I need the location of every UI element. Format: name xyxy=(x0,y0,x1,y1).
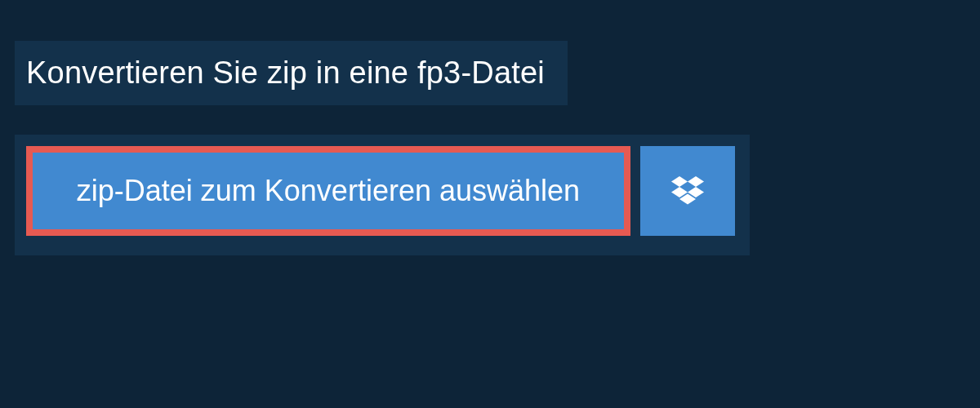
select-file-button[interactable]: zip-Datei zum Konvertieren auswählen xyxy=(26,146,630,236)
select-file-label: zip-Datei zum Konvertieren auswählen xyxy=(77,174,580,208)
title-bar: Konvertieren Sie zip in eine fp3-Datei xyxy=(15,41,568,105)
dropbox-button[interactable] xyxy=(640,146,735,236)
dropbox-icon xyxy=(671,176,704,206)
button-row: zip-Datei zum Konvertieren auswählen xyxy=(15,135,750,255)
page-title: Konvertieren Sie zip in eine fp3-Datei xyxy=(26,55,545,90)
main-container: Konvertieren Sie zip in eine fp3-Datei z… xyxy=(0,0,980,255)
